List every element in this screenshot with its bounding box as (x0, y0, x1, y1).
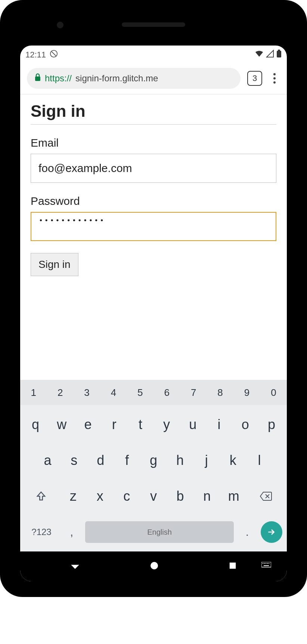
key-9[interactable]: 9 (233, 380, 260, 405)
lock-icon (34, 73, 41, 84)
key-8[interactable]: 8 (207, 380, 233, 405)
email-label: Email (31, 137, 276, 149)
phone-frame: 12:11 (0, 0, 307, 597)
phone-speaker (122, 22, 185, 27)
key-u[interactable]: u (180, 408, 206, 441)
key-m[interactable]: m (220, 480, 247, 513)
keyboard-row-3: z x c v b n m (20, 477, 287, 513)
status-right (255, 49, 282, 60)
key-y[interactable]: y (154, 408, 180, 441)
key-7[interactable]: 7 (180, 380, 207, 405)
keyboard-row-1: q w e r t y u i o p (20, 405, 287, 441)
email-field[interactable] (31, 154, 276, 183)
key-s[interactable]: s (61, 444, 87, 477)
key-j[interactable]: j (193, 444, 220, 477)
key-p[interactable]: p (258, 408, 285, 441)
key-r[interactable]: r (101, 408, 127, 441)
do-not-disturb-icon (50, 50, 58, 60)
key-e[interactable]: e (75, 408, 101, 441)
sign-in-button[interactable]: Sign in (31, 253, 78, 276)
svg-rect-3 (35, 76, 40, 81)
key-q[interactable]: q (22, 408, 49, 441)
key-4[interactable]: 4 (100, 380, 127, 405)
key-z[interactable]: z (60, 480, 87, 513)
svg-rect-7 (263, 563, 263, 564)
key-b[interactable]: b (167, 480, 194, 513)
svg-rect-8 (264, 563, 265, 564)
overflow-menu-icon[interactable] (269, 73, 280, 84)
password-masked-value: •••••••••••• (39, 216, 105, 224)
key-c[interactable]: c (114, 480, 140, 513)
backspace-key[interactable] (247, 480, 285, 513)
email-group: Email (31, 137, 276, 183)
status-bar: 12:11 (20, 46, 287, 64)
battery-icon (276, 50, 282, 60)
keyboard-row-2: a s d f g h j k l (20, 441, 287, 477)
home-icon[interactable] (150, 561, 159, 572)
key-3[interactable]: 3 (74, 380, 100, 405)
password-field[interactable]: •••••••••••• (31, 212, 276, 241)
key-o[interactable]: o (232, 408, 258, 441)
svg-rect-1 (277, 51, 281, 57)
signal-icon (266, 50, 274, 60)
key-x[interactable]: x (87, 480, 114, 513)
browser-toolbar: https://signin-form.glitch.me 3 (20, 64, 287, 94)
comma-key[interactable]: , (61, 526, 82, 538)
svg-rect-11 (269, 563, 269, 564)
period-key[interactable]: . (237, 526, 258, 538)
spacebar[interactable]: English (85, 521, 234, 543)
key-w[interactable]: w (49, 408, 75, 441)
svg-rect-5 (230, 563, 236, 569)
status-left: 12:11 (25, 50, 58, 60)
key-t[interactable]: t (127, 408, 154, 441)
key-k[interactable]: k (220, 444, 246, 477)
page-content: Sign in Email Password •••••••••••• Sign… (20, 94, 287, 380)
svg-rect-12 (264, 565, 269, 566)
clock: 12:11 (25, 50, 46, 60)
recents-icon[interactable] (229, 562, 237, 571)
url-scheme: https:// (45, 73, 72, 84)
key-5[interactable]: 5 (127, 380, 154, 405)
svg-rect-9 (266, 563, 266, 564)
key-f[interactable]: f (114, 444, 140, 477)
key-2[interactable]: 2 (47, 380, 73, 405)
key-v[interactable]: v (140, 480, 167, 513)
svg-rect-6 (261, 562, 271, 567)
tab-switcher[interactable]: 3 (247, 71, 262, 86)
phone-bezel: 12:11 (8, 8, 299, 589)
svg-rect-10 (267, 563, 268, 564)
key-1[interactable]: 1 (20, 380, 47, 405)
key-l[interactable]: l (246, 444, 273, 477)
key-0[interactable]: 0 (260, 380, 287, 405)
tab-count-value: 3 (252, 74, 257, 83)
android-nav-bar (20, 551, 287, 581)
key-h[interactable]: h (167, 444, 193, 477)
password-group: Password •••••••••••• (31, 195, 276, 241)
svg-rect-2 (278, 50, 280, 51)
symbols-key[interactable]: ?123 (25, 527, 58, 537)
keyboard-bottom-row: ?123 , English . (20, 513, 287, 548)
key-g[interactable]: g (140, 444, 167, 477)
url-host: signin-form.glitch.me (75, 73, 158, 84)
phone-camera (57, 22, 63, 28)
screen: 12:11 (20, 46, 287, 581)
key-d[interactable]: d (87, 444, 114, 477)
password-label: Password (31, 195, 276, 207)
soft-keyboard: 1 2 3 4 5 6 7 8 9 0 q w e r t y (20, 380, 287, 551)
keyboard-switch-icon[interactable] (261, 562, 271, 571)
back-icon[interactable] (70, 561, 80, 572)
key-i[interactable]: i (206, 408, 232, 441)
key-a[interactable]: a (34, 444, 61, 477)
page-title: Sign in (31, 102, 276, 125)
key-n[interactable]: n (193, 480, 220, 513)
svg-point-4 (151, 562, 158, 569)
enter-key[interactable] (261, 521, 282, 543)
keyboard-number-row: 1 2 3 4 5 6 7 8 9 0 (20, 380, 287, 405)
shift-key[interactable] (22, 480, 60, 513)
key-6[interactable]: 6 (154, 380, 180, 405)
address-bar[interactable]: https://signin-form.glitch.me (27, 68, 241, 89)
wifi-icon (255, 49, 264, 60)
